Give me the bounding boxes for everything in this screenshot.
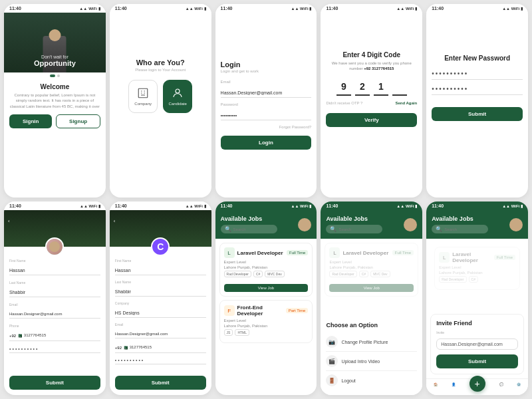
logout-item[interactable]: 🚪 Logout [326, 371, 417, 390]
status-bar-10: 11:40 ▲▲ WiFi ▮ [426, 201, 528, 210]
status-time: 11:40 [432, 6, 444, 11]
job-card-1: L Laravel Developer Full Time Expert Lev… [219, 243, 313, 297]
job-location: Lahore Punjab, Pakistan [224, 265, 309, 269]
who-body: Who are You? Please login to Your Accoun… [110, 13, 211, 198]
submit-invite-button[interactable]: Submit [436, 354, 518, 368]
phone-row: +92 🇵🇰 [115, 343, 206, 353]
upload-video-item[interactable]: 🎬 Upload Intro Video [326, 352, 417, 371]
profile-icon: 👤 [452, 382, 456, 386]
otp-digit-3[interactable] [374, 78, 388, 96]
card-who-are-you: 11:40 ▲▲ WiFi ▮ Who are You? Please logi… [110, 4, 211, 198]
view-job-button-1[interactable]: View Job [224, 284, 309, 292]
job-tags: Rad Developer C# MVC Dev [224, 271, 309, 277]
nav-add-button[interactable]: + [469, 376, 485, 392]
signin-button[interactable]: Signin [9, 114, 52, 128]
status-time: 11:40 [432, 203, 444, 208]
login-title: Login [221, 61, 312, 68]
lastname-input[interactable] [9, 288, 100, 297]
password-input[interactable] [221, 111, 312, 120]
email-input[interactable] [115, 330, 206, 338]
job-location: Lahore Punjab, Pakistan [224, 324, 309, 328]
email-input[interactable] [221, 88, 312, 98]
candidate-option[interactable]: Candidate [163, 80, 192, 113]
job-header: F Front-End Developer Part Time [224, 305, 309, 317]
submit-password-button[interactable]: Submit [432, 107, 523, 121]
firstname-input[interactable] [9, 266, 100, 275]
user-avatar [298, 218, 311, 231]
resend-row: Didn't receive OTP ? Send Again [326, 101, 417, 105]
upload-video-label: Upload Intro Video [341, 359, 380, 364]
login-button[interactable]: Login [221, 136, 312, 150]
status-bar-8: 11:40 ▲▲ WiFi ▮ [215, 201, 317, 210]
jobs-list: L Laravel Developer Full Time Expert Lev… [215, 239, 317, 395]
dot-2[interactable] [57, 74, 60, 77]
search-input[interactable] [233, 227, 273, 231]
signup-button[interactable]: Signup [56, 114, 100, 128]
submit-profile-button[interactable]: Submit [9, 376, 100, 390]
nav-chat[interactable]: 💬 [499, 382, 503, 392]
view-job-button-3[interactable]: View Job [329, 284, 414, 292]
jobs-header-left: Available Jobs 🔍 [432, 215, 488, 233]
email-label: Email [115, 323, 206, 327]
email-label: Email [9, 303, 100, 307]
invite-email-input[interactable] [436, 338, 518, 350]
resend-link[interactable]: Send Again [395, 101, 417, 105]
job-card-2: F Front-End Developer Part Time Expert L… [219, 300, 313, 343]
status-bar-2: 11:40 ▲▲ WiFi ▮ [110, 4, 211, 13]
user-avatar-2 [404, 218, 417, 231]
logout-label: Logout [341, 378, 355, 383]
password-group: Password [221, 102, 312, 120]
forgot-password-link[interactable]: Forgot Password? [221, 125, 312, 129]
company-input[interactable] [115, 309, 206, 318]
jobs-title-3: Available Jobs [432, 215, 488, 222]
nav-profile[interactable]: 👤 [452, 382, 456, 392]
company-form: First Name Last Name Company Email +92 🇵… [110, 247, 211, 395]
lastname-label: Last Name [9, 281, 100, 285]
job-logo: F [224, 305, 235, 316]
back-icon[interactable]: ‹ [114, 218, 116, 224]
camera-icon: 📷 [326, 336, 338, 348]
otp-digit-2[interactable] [355, 78, 370, 96]
invite-card: Invite Friend Invite Submit [430, 314, 524, 374]
status-time: 11:40 [326, 6, 338, 11]
jobs-background: L Laravel Developer Full Time Expert Lev… [430, 243, 524, 297]
change-profile-picture-item[interactable]: 📷 Change Profile Picture [326, 332, 417, 352]
profile-avatar [45, 237, 64, 256]
dot-1[interactable] [50, 74, 55, 77]
lastname-label: Last Name [115, 280, 206, 284]
card-login: 11:40 ▲▲ WiFi ▮ Login Login and get to w… [215, 4, 317, 198]
jobs-header-3: Available Jobs 🔍 [426, 210, 528, 239]
otp-title: Enter 4 Digit Code [342, 51, 400, 59]
welcome-title: Welcome [41, 83, 70, 90]
verify-button[interactable]: Verify [326, 113, 417, 127]
jobs-header-2: Available Jobs 🔍 [321, 210, 422, 239]
phone-row: +92 🇵🇰 [9, 331, 100, 341]
email-input[interactable] [9, 310, 100, 319]
firstname-input[interactable] [115, 266, 206, 275]
card-profile-company: 11:40 ▲▲ WiFi ▮ ‹ C First Name Last Name… [110, 201, 211, 395]
phone-input[interactable] [130, 343, 206, 351]
back-icon[interactable]: ‹ [8, 218, 10, 224]
otp-digit-4[interactable] [392, 78, 407, 96]
company-option[interactable]: Company [128, 80, 158, 113]
chat-icon: 💬 [499, 382, 503, 386]
nav-home[interactable]: 🏠 [434, 382, 438, 392]
company-hero: ‹ C [110, 210, 211, 247]
email-label: Email [221, 80, 312, 84]
logout-icon: 🚪 [326, 374, 338, 386]
card-new-password: 11:40 ▲▲ WiFi ▮ Enter New Password •••••… [426, 4, 528, 198]
auth-buttons: Signin Signup [9, 114, 100, 128]
company-label: Company [115, 301, 206, 305]
otp-digit-1[interactable] [336, 78, 351, 96]
status-time: 11:40 [326, 203, 338, 208]
phone-input[interactable] [24, 331, 100, 339]
job-level: Expert Level [224, 260, 309, 264]
search-input-2[interactable] [338, 227, 378, 231]
search-input-3[interactable] [444, 227, 484, 231]
submit-company-button[interactable]: Submit [115, 376, 206, 390]
nav-settings[interactable]: ⚙️ [517, 382, 521, 392]
job-card-3: L Laravel Developer Full Time Expert Lev… [325, 243, 418, 297]
home-icon: 🏠 [434, 382, 438, 386]
settings-icon: ⚙️ [517, 382, 521, 386]
lastname-input[interactable] [115, 287, 206, 297]
